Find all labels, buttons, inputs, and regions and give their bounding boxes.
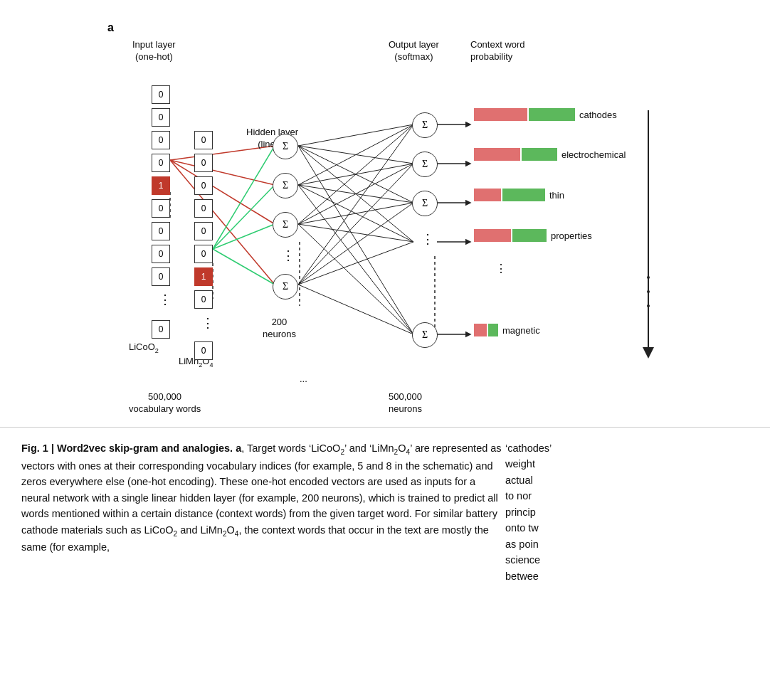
bar-area-dots: ⋮	[495, 262, 508, 275]
input-layer-label: Input layer(one-hot)	[132, 39, 176, 63]
svg-line-8	[298, 124, 413, 146]
context-word-label: Context wordprobability	[470, 39, 525, 63]
svg-line-15	[298, 185, 413, 203]
bar-magnetic-label: magnetic	[502, 325, 540, 336]
bar-cathodes: cathodes	[474, 108, 614, 121]
input-node-0-6: 0	[152, 222, 170, 240]
input2-node-5: 0	[194, 245, 213, 263]
input-node-bottom: 0	[152, 320, 170, 339]
svg-line-14	[298, 164, 413, 185]
svg-point-40	[647, 304, 650, 307]
svg-line-16	[298, 185, 413, 242]
input2-node-bottom: 0	[194, 341, 213, 360]
svg-line-19	[298, 164, 413, 224]
output-sigma-3: Σ	[412, 191, 438, 216]
bar-cathodes-red	[474, 108, 527, 121]
svg-line-13	[298, 124, 413, 185]
svg-line-12	[298, 146, 413, 334]
diagram-area: a Input layer(one-hot) Output layer(soft…	[0, 14, 770, 427]
bar-magnetic-red	[474, 324, 487, 336]
input-node-0-0: 0	[152, 85, 170, 104]
bar-thin: thin	[474, 189, 561, 201]
input-node-0-2: 0	[152, 131, 170, 149]
svg-line-10	[298, 146, 413, 203]
svg-line-24	[298, 164, 413, 285]
svg-line-27	[298, 285, 413, 334]
svg-line-25	[298, 203, 413, 285]
input2-node-1: 1	[194, 267, 213, 286]
bar-properties-label: properties	[551, 230, 592, 241]
output-sigma-2: Σ	[412, 152, 438, 177]
bar-electrochemical-label: electrochemical	[561, 149, 626, 160]
svg-line-3	[170, 160, 275, 285]
input-node-0-5: 0	[152, 199, 170, 218]
hidden-sigma-4: Σ	[273, 274, 298, 299]
caption-a-label: a, Target words ‘LiCoO2’ and ‘LiMn2O4’ a…	[21, 442, 502, 553]
caption-left: Fig. 1 | Word2vec skip-gram and analogie…	[21, 440, 505, 584]
output-neurons-label: 500,000neurons	[389, 391, 422, 415]
bar-cathodes-green	[529, 108, 575, 121]
input2-node-0: 0	[194, 131, 213, 149]
page: a Input layer(one-hot) Output layer(soft…	[0, 0, 770, 700]
svg-line-11	[298, 146, 413, 242]
input-node-0-7: 0	[152, 245, 170, 263]
output-layer-label: Output layer(softmax)	[389, 39, 439, 63]
bar-magnetic: magnetic	[474, 324, 537, 336]
bar-thin-red	[474, 189, 501, 201]
bar-properties: properties	[474, 229, 589, 242]
bar-properties-green	[512, 229, 547, 242]
hidden-sigma-2: Σ	[273, 173, 298, 198]
bar-thin-green	[502, 189, 545, 201]
neurons-200-label: 200neurons	[263, 317, 296, 341]
input-node-0-8: 0	[152, 267, 170, 286]
input2-node-4: 0	[194, 222, 213, 240]
bar-electrochemical-green	[522, 148, 557, 161]
svg-line-21	[298, 224, 413, 242]
output-sigma-1: Σ	[412, 112, 438, 138]
svg-line-2	[170, 160, 275, 224]
svg-line-4	[213, 146, 275, 249]
svg-line-6	[213, 224, 275, 249]
svg-line-22	[298, 224, 413, 334]
bar-thin-label: thin	[549, 190, 564, 201]
input-node-1: 1	[152, 176, 170, 195]
bar-electrochemical: electrochemical	[474, 148, 623, 161]
svg-line-23	[298, 124, 413, 285]
input2-node-1: 0	[194, 154, 213, 172]
svg-line-7	[213, 249, 275, 285]
svg-line-5	[213, 185, 275, 249]
input-node-0-3: 0	[152, 154, 170, 172]
vocab-label: 500,000vocabulary words	[129, 391, 201, 415]
svg-line-26	[298, 242, 413, 285]
input2-dots: ⋮	[201, 315, 216, 331]
caption-area: Fig. 1 | Word2vec skip-gram and analogie…	[0, 433, 770, 584]
input-node-0-1: 0	[152, 108, 170, 127]
input2-node-6: 0	[194, 290, 213, 309]
fig-label: Fig. 1 | Word2vec skip-gram and analogie…	[21, 442, 233, 454]
bar-properties-red	[474, 229, 511, 242]
diagram-container: a Input layer(one-hot) Output layer(soft…	[107, 21, 663, 420]
svg-point-39	[647, 290, 650, 293]
bar-cathodes-label: cathodes	[579, 110, 617, 120]
output-sigma-4: Σ	[412, 322, 438, 348]
caption-bold: Word2vec skip-gram and analogies.	[57, 442, 233, 454]
output-dots: ⋮	[421, 231, 434, 247]
hidden-sigma-3: Σ	[273, 212, 298, 238]
input2-node-3: 0	[194, 199, 213, 218]
ellipsis-label: ...	[300, 373, 307, 384]
svg-line-9	[298, 146, 413, 164]
bar-magnetic-green	[488, 324, 498, 336]
divider	[0, 427, 770, 428]
svg-point-38	[647, 276, 650, 279]
input-dots-1: ⋮	[159, 292, 173, 307]
caption-right: ‘cathodes’weightactualto norprinciponto …	[505, 440, 749, 584]
hidden-dots: ⋮	[282, 248, 295, 263]
licoo2-label: LiCoO2	[129, 341, 159, 354]
svg-line-1	[170, 160, 275, 185]
input2-node-2: 0	[194, 176, 213, 195]
bar-electrochemical-red	[474, 148, 520, 161]
svg-line-17	[298, 185, 413, 334]
svg-line-18	[298, 124, 413, 224]
svg-line-20	[298, 203, 413, 224]
panel-label: a	[107, 21, 114, 34]
